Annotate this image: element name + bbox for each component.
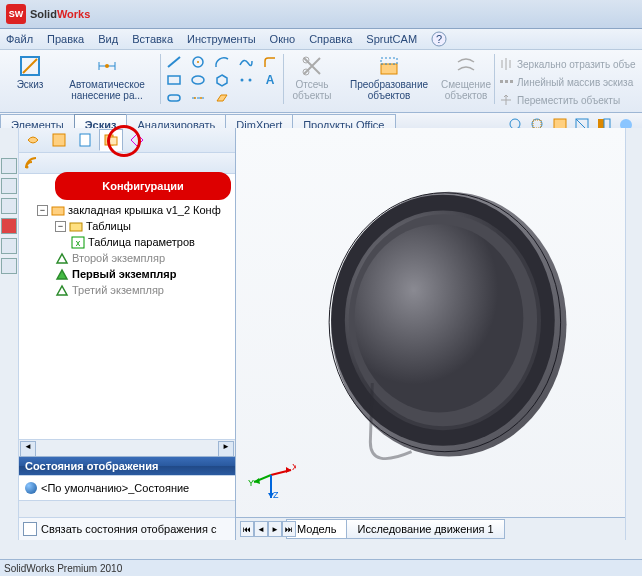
spline-tool-icon[interactable] <box>235 54 257 70</box>
tab-nav-first-icon[interactable]: ⏮ <box>240 521 254 537</box>
menu-insert[interactable]: Вставка <box>132 33 173 45</box>
circle-tool-icon[interactable] <box>187 54 209 70</box>
help-icon[interactable]: ? <box>431 31 447 47</box>
svg-point-8 <box>241 79 244 82</box>
mirror-button[interactable]: Зеркально отразить объе <box>497 56 638 72</box>
rail-icon-1[interactable] <box>1 158 17 174</box>
polygon-tool-icon[interactable] <box>211 72 233 88</box>
menu-tools[interactable]: Инструменты <box>187 33 256 45</box>
fillet-tool-icon[interactable] <box>259 54 281 70</box>
feature-manager-panel: Kонфигурации − закладная крышка v1_2 Кон… <box>19 128 236 540</box>
rail-icon-5[interactable] <box>1 238 17 254</box>
checkbox-icon[interactable] <box>23 522 37 536</box>
viewport-tab-motion[interactable]: Исследование движения 1 <box>346 519 504 539</box>
viewport-3d[interactable]: X Y Z ⏮ ◄ ► ⏭ Модель Исследование движен… <box>236 128 642 540</box>
svg-rect-11 <box>168 95 180 101</box>
tree-param-table[interactable]: x Таблица параметров <box>23 234 231 250</box>
svg-point-13 <box>200 97 202 99</box>
svg-point-12 <box>194 97 196 99</box>
ribbon: Эскиз Автоматическое нанесение ра... <box>0 50 642 113</box>
trim-button[interactable]: Отсечь объекты <box>292 52 332 101</box>
collapse-icon[interactable]: − <box>55 221 66 232</box>
tree-instance-3[interactable]: Третий экземпляр <box>23 282 231 298</box>
svg-text:Z: Z <box>273 490 279 500</box>
move-button[interactable]: Переместить объекты <box>497 92 638 108</box>
tab-nav-last-icon[interactable]: ⏭ <box>282 521 296 537</box>
rail-icon-2[interactable] <box>1 178 17 194</box>
svg-rect-18 <box>500 80 503 83</box>
svg-rect-30 <box>80 134 90 146</box>
sketch-button[interactable]: Эскиз <box>10 52 50 90</box>
linear-array-button[interactable]: Линейный массив эскиза <box>497 74 638 90</box>
svg-text:X: X <box>292 462 296 472</box>
app-title: SolidWorks <box>30 8 90 20</box>
arc-tool-icon[interactable] <box>211 54 233 70</box>
svg-rect-35 <box>70 223 82 231</box>
display-state-default[interactable]: <По умолчанию>_Состояние <box>23 480 231 496</box>
offset-button[interactable]: Смещение объектов <box>446 52 486 101</box>
config-inactive-icon <box>55 283 69 297</box>
svg-point-7 <box>192 76 204 84</box>
convert-button[interactable]: Преобразование объектов <box>344 52 434 101</box>
rail-icon-3[interactable] <box>1 198 17 214</box>
tab-nav-next-icon[interactable]: ► <box>268 521 282 537</box>
tree-tables[interactable]: − Таблицы <box>23 218 231 234</box>
app-logo-icon: SW <box>6 4 26 24</box>
svg-text:Y: Y <box>248 478 254 488</box>
panel-tab-property-icon[interactable] <box>47 129 71 151</box>
rail-icon-4[interactable] <box>1 218 17 234</box>
rail-icon-6[interactable] <box>1 258 17 274</box>
panel-tab-dimxpert-icon[interactable] <box>125 129 149 151</box>
centerline-tool-icon[interactable] <box>187 90 209 106</box>
svg-rect-16 <box>381 64 397 74</box>
annotation-oval: Kонфигурации <box>55 172 231 200</box>
link-display-states-checkbox[interactable]: Связать состояния отображения с <box>19 517 235 540</box>
config-tree: − закладная крышка v1_2 Конф − Таблицы x… <box>19 174 235 439</box>
part-icon <box>51 203 65 217</box>
scroll-right-icon[interactable]: ► <box>218 441 234 457</box>
menu-window[interactable]: Окно <box>270 33 296 45</box>
menu-help[interactable]: Справка <box>309 33 352 45</box>
panel-subtabs <box>19 153 235 174</box>
menu-file[interactable]: Файл <box>6 33 33 45</box>
svg-marker-50 <box>286 467 291 473</box>
orientation-triad-icon[interactable]: X Y Z <box>246 450 296 500</box>
slot-tool-icon[interactable] <box>163 90 185 106</box>
left-rail <box>0 128 19 540</box>
line-tool-icon[interactable] <box>163 54 185 70</box>
display-states-header[interactable]: Состояния отображения <box>19 456 235 475</box>
svg-rect-20 <box>510 80 513 83</box>
status-bar: SolidWorks Premium 2010 <box>0 559 642 576</box>
tab-nav-prev-icon[interactable]: ◄ <box>254 521 268 537</box>
rect-tool-icon[interactable] <box>163 72 185 88</box>
scrollbar-vertical[interactable] <box>625 128 642 540</box>
svg-text:x: x <box>76 238 81 248</box>
auto-dimension-button[interactable]: Автоматическое нанесение ра... <box>62 52 152 101</box>
svg-rect-29 <box>53 134 65 146</box>
collapse-icon[interactable]: − <box>37 205 48 216</box>
menu-edit[interactable]: Правка <box>47 33 84 45</box>
config-inactive-icon <box>55 251 69 265</box>
plane-tool-icon[interactable] <box>211 90 233 106</box>
config-active-icon <box>55 267 69 281</box>
svg-point-5 <box>197 61 199 63</box>
text-tool-icon[interactable]: A <box>259 72 281 88</box>
rss-icon[interactable] <box>23 155 39 171</box>
tree-root[interactable]: − закладная крышка v1_2 Конф <box>23 202 231 218</box>
panel-tab-config-icon[interactable] <box>99 129 123 151</box>
menu-sprutcam[interactable]: SprutCAM <box>366 33 417 45</box>
svg-rect-6 <box>168 76 180 84</box>
scroll-left-icon[interactable]: ◄ <box>20 441 36 457</box>
point-tool-icon[interactable] <box>235 72 257 88</box>
tree-instance-2[interactable]: Второй экземпляр <box>23 250 231 266</box>
tree-instance-1[interactable]: Первый экземпляр <box>23 266 231 282</box>
svg-rect-19 <box>505 80 508 83</box>
svg-point-33 <box>26 166 29 169</box>
panel-tab-sheet-icon[interactable] <box>73 129 97 151</box>
menu-view[interactable]: Вид <box>98 33 118 45</box>
ellipse-tool-icon[interactable] <box>187 72 209 88</box>
panel-tab-feature-icon[interactable] <box>21 129 45 151</box>
svg-rect-34 <box>52 207 64 215</box>
excel-icon: x <box>71 235 85 249</box>
app-window: SW SolidWorks Файл Правка Вид Вставка Ин… <box>0 0 642 576</box>
